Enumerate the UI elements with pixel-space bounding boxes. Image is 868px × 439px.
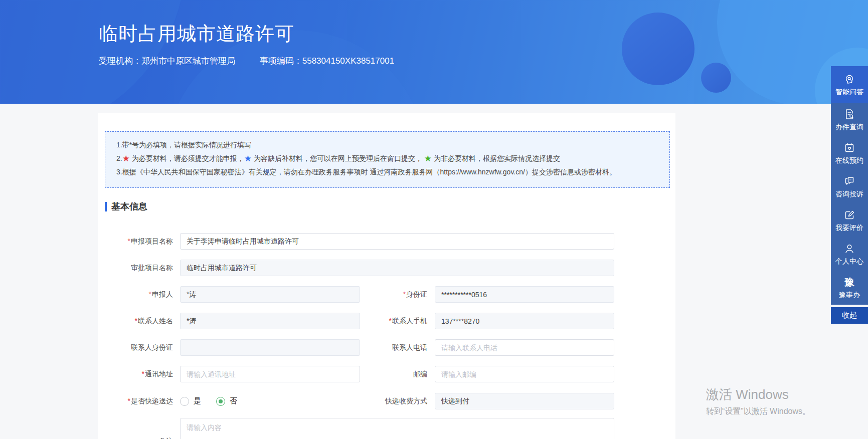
label-project-name: *申报项目名称: [98, 233, 173, 250]
contact-phone-input[interactable]: [435, 339, 614, 356]
calendar-heart-icon: [843, 142, 855, 154]
page: 临时占用城市道路许可 受理机构：郑州市中原区城市管理局 事项编码：5583041…: [0, 0, 868, 439]
item-code: 事项编码：558304150XK38517001: [260, 56, 394, 66]
label-express-delivery: *是否快递送达: [98, 393, 173, 409]
express-fee-input: [435, 393, 614, 409]
radio-circle-no[interactable]: [216, 397, 225, 406]
notice-box: 1.带*号为必填项，请根据实际情况进行填写 2.★ 为必要材料，请必须提交才能申…: [105, 131, 670, 188]
radio-express-no[interactable]: 否: [216, 396, 237, 406]
sidebar-item-review[interactable]: 我要评价: [831, 204, 868, 238]
radio-express-yes[interactable]: 是: [180, 396, 201, 406]
accepting-agency: 受理机构：郑州市中原区城市管理局: [99, 56, 235, 66]
section-accent-bar: [105, 202, 107, 211]
chat-bubbles-icon: [843, 175, 855, 187]
deferred-star-icon: ★: [244, 154, 252, 163]
file-search-icon: [843, 108, 855, 120]
express-radio-group: 是 否: [180, 393, 237, 409]
optional-star-icon: ★: [424, 154, 432, 163]
label-contact-mobile: *联系人手机: [328, 313, 427, 329]
user-icon: [843, 243, 855, 255]
contact-mobile-input: [435, 313, 614, 329]
remark-textarea[interactable]: [180, 418, 614, 439]
label-postcode: 邮编: [328, 366, 427, 382]
label-applicant: *申报人: [98, 286, 173, 303]
label-remark: 备注: [98, 433, 173, 439]
postcode-input[interactable]: [435, 366, 614, 382]
required-star-icon: ★: [122, 154, 130, 163]
decor-circle: [622, 13, 695, 85]
sidebar-item-personal-center[interactable]: 个人中心: [831, 238, 868, 271]
page-subtitle: 受理机构：郑州市中原区城市管理局 事项编码：558304150XK3851700…: [99, 55, 416, 67]
label-contact-name: *联系人姓名: [98, 313, 173, 329]
sidebar-item-online-booking[interactable]: 在线预约: [831, 137, 868, 170]
notice-line-2: 2.★ 为必要材料，请必须提交才能申报，★ 为容缺后补材料，您可以在网上预受理后…: [116, 152, 658, 165]
content-card: 1.带*号为必填项，请根据实际情况进行填写 2.★ 为必要材料，请必须提交才能申…: [98, 113, 675, 439]
smart-qa-icon: [843, 73, 855, 85]
label-id-card: *身份证: [328, 286, 427, 303]
yushiban-logo-icon: 豫: [843, 276, 855, 288]
radio-circle-yes[interactable]: [180, 397, 189, 406]
header-banner: 临时占用城市道路许可 受理机构：郑州市中原区城市管理局 事项编码：5583041…: [0, 0, 868, 104]
section-basic-info: 基本信息: [105, 200, 147, 212]
sidebar-item-smart-qa[interactable]: 智能问答: [831, 66, 868, 103]
label-address: *通讯地址: [98, 366, 173, 382]
id-card-input: [435, 286, 614, 303]
label-contact-phone: 联系人电话: [328, 339, 427, 356]
notice-line-3: 3.根据《中华人民共和国保守国家秘密法》有关规定，请勿在办理政务服务事项时 通过…: [116, 165, 658, 179]
windows-activation-watermark: 激活 Windows 转到“设置”以激活 Windows。: [706, 386, 810, 417]
sidebar-item-yushiban[interactable]: 豫 豫事办: [831, 271, 868, 305]
approval-name-input: [180, 260, 614, 276]
notice-line-1: 1.带*号为必填项，请根据实际情况进行填写: [116, 138, 658, 152]
decor-circle: [0, 0, 186, 104]
sidebar-item-case-inquiry[interactable]: 办件查询: [831, 103, 868, 137]
sidebar-item-consult-complaint[interactable]: 咨询投诉: [831, 170, 868, 204]
label-express-fee: 快递收费方式: [328, 393, 427, 409]
decor-circle: [701, 63, 731, 93]
label-approval-name: 审批项目名称: [98, 260, 173, 276]
floating-sidebar: 智能问答 办件查询: [831, 66, 868, 305]
sidebar-collapse-button[interactable]: 收起: [831, 307, 868, 324]
sidebar-group: 办件查询 在线预约: [831, 103, 868, 305]
label-contact-id: 联系人身份证: [98, 339, 173, 356]
project-name-input[interactable]: [180, 233, 614, 250]
pencil-bubble-icon: [843, 209, 855, 221]
page-title: 临时占用城市道路许可: [99, 21, 294, 47]
